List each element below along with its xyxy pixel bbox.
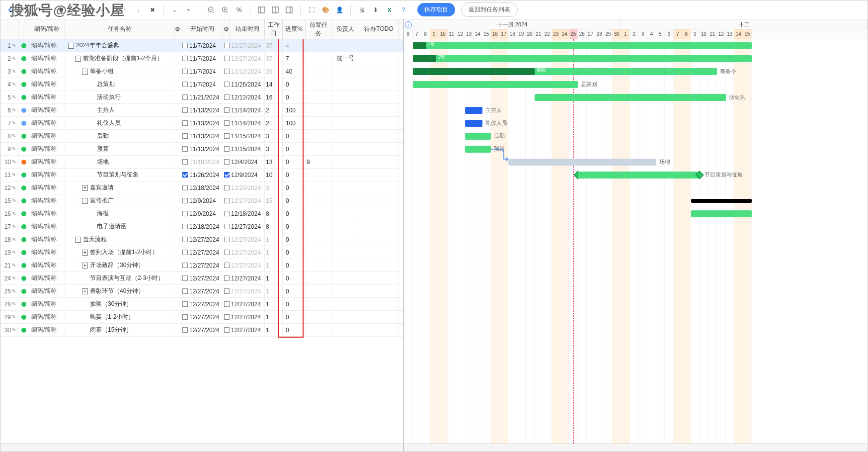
table-row[interactable]: 9✎编码/简称预算11/13/202411/15/202430: [0, 143, 403, 156]
expand-toggle[interactable]: +: [82, 185, 88, 191]
print-icon[interactable]: 🖨: [356, 4, 368, 16]
table-row[interactable]: 6✎编码/简称主持人11/13/202411/14/20242100: [0, 104, 403, 117]
gantt-row[interactable]: 主持人: [404, 104, 868, 117]
start-checkbox[interactable]: [182, 185, 188, 190]
expand-toggle[interactable]: -: [75, 237, 81, 243]
col-work[interactable]: 工作日: [265, 19, 283, 39]
end-checkbox[interactable]: [224, 120, 230, 126]
table-row[interactable]: 4✎编码/简称总策划11/7/202411/26/2024140: [0, 78, 403, 91]
end-checkbox[interactable]: [224, 159, 230, 165]
end-checkbox[interactable]: [224, 237, 230, 242]
fullscreen-icon[interactable]: ⛶: [306, 4, 317, 16]
gantt-row[interactable]: [404, 233, 868, 246]
table-row[interactable]: 21✎编码/简称+开场致辞（30分钟）12/27/202412/27/20241…: [0, 259, 403, 272]
table-row[interactable]: 25✎编码/简称+表彰环节（40分钟）12/27/202412/27/20241…: [0, 285, 403, 298]
start-checkbox[interactable]: [182, 237, 188, 242]
gantt-row[interactable]: 场地: [404, 156, 868, 169]
table-row[interactable]: 17✎编码/简称电子邀请函12/18/202412/27/202480: [0, 220, 403, 233]
table-row[interactable]: 10✎编码/简称场地11/18/202412/4/20241309: [0, 156, 403, 169]
download-icon[interactable]: ⬇: [370, 4, 382, 16]
timeline-hscroll[interactable]: [404, 444, 868, 452]
start-checkbox[interactable]: [182, 327, 188, 333]
start-checkbox[interactable]: [182, 146, 188, 152]
grid-hscroll[interactable]: [0, 444, 403, 452]
table-row[interactable]: 29✎编码/简称晚宴（1-2小时）12/27/202412/27/202410: [0, 311, 403, 324]
move-down-icon[interactable]: ↓: [133, 4, 145, 16]
expand-toggle[interactable]: +: [82, 250, 88, 256]
align-bottom-icon[interactable]: ⫟: [183, 4, 195, 16]
delete-icon[interactable]: ✖: [147, 4, 158, 16]
start-checkbox[interactable]: [182, 314, 188, 320]
table-row[interactable]: 3✎编码/简称-筹备小组11/7/202412/12/20242640: [0, 65, 403, 78]
start-checkbox[interactable]: [182, 301, 188, 307]
align-top-icon[interactable]: ⫠: [169, 4, 181, 16]
expand-toggle[interactable]: -: [68, 43, 74, 49]
table-row[interactable]: 8✎编码/简称后勤11/13/202411/15/202430: [0, 130, 403, 143]
start-checkbox[interactable]: [182, 159, 188, 165]
end-checkbox[interactable]: [224, 211, 230, 216]
end-checkbox[interactable]: [224, 185, 230, 190]
col-start[interactable]: 开始时间: [181, 19, 223, 39]
excel-icon[interactable]: X: [384, 4, 395, 16]
end-checkbox[interactable]: [224, 275, 230, 281]
start-checkbox[interactable]: [182, 107, 188, 113]
gantt-row[interactable]: [404, 207, 868, 220]
table-row[interactable]: 15✎编码/简称-宣传推广12/9/202412/27/2024150: [0, 194, 403, 207]
timeline-body[interactable]: 4%7%40%筹备小总策划活动执主持人礼仪人员后勤预算场地节目策划与征集: [404, 39, 868, 444]
end-checkbox[interactable]: [224, 94, 230, 100]
start-checkbox[interactable]: [182, 198, 188, 203]
gantt-row[interactable]: [404, 272, 868, 285]
zoom-out-icon[interactable]: [205, 4, 217, 16]
end-checkbox[interactable]: [224, 301, 230, 307]
table-row[interactable]: 11✎编码/简称节目策划与征集11/26/202412/9/2024100: [0, 169, 403, 181]
col-code[interactable]: 编码/简称: [29, 19, 65, 39]
start-checkbox[interactable]: [182, 94, 188, 100]
zoom-in-icon[interactable]: [219, 4, 231, 16]
gantt-row[interactable]: 4%: [404, 39, 868, 52]
gantt-row[interactable]: [404, 181, 868, 194]
start-checkbox[interactable]: [182, 82, 188, 87]
table-row[interactable]: 2✎编码/简称-前期准备阶段（提前1-2个月）11/7/202412/27/20…: [0, 52, 403, 65]
save-button[interactable]: 保存项目: [417, 3, 455, 16]
table-row[interactable]: 16✎编码/简称海报12/9/202412/18/202480: [0, 207, 403, 220]
gantt-row[interactable]: 40%筹备小: [404, 65, 868, 78]
end-checkbox[interactable]: [224, 146, 230, 152]
gantt-row[interactable]: 7%: [404, 52, 868, 65]
col-progress[interactable]: 进度%: [283, 19, 306, 39]
start-checkbox[interactable]: [182, 275, 188, 281]
gantt-row[interactable]: [404, 324, 868, 337]
layout-3-icon[interactable]: [283, 4, 295, 16]
expand-toggle[interactable]: -: [82, 198, 88, 204]
user-icon[interactable]: 👤: [333, 4, 345, 16]
col-name[interactable]: 任务名称: [65, 19, 174, 39]
start-checkbox[interactable]: [182, 56, 188, 61]
help-icon[interactable]: ?: [397, 4, 409, 16]
expand-toggle[interactable]: +: [82, 263, 88, 269]
table-row[interactable]: 24✎编码/简称节目表演与互动（2-3小时）12/27/202412/27/20…: [0, 272, 403, 285]
table-row[interactable]: 12✎编码/简称+嘉宾邀请12/18/202412/20/202430: [0, 181, 403, 194]
end-checkbox[interactable]: [224, 56, 230, 61]
end-checkbox[interactable]: [224, 288, 230, 294]
table-row[interactable]: 5✎编码/简称活动执行11/21/202412/12/2024160: [0, 91, 403, 104]
timeline-nav-left[interactable]: ‹: [405, 21, 412, 28]
start-checkbox[interactable]: [182, 263, 188, 268]
table-row[interactable]: 30✎编码/简称闭幕（15分钟）12/27/202412/27/202410: [0, 324, 403, 337]
end-checkbox[interactable]: [224, 314, 230, 320]
gantt-row[interactable]: [404, 259, 868, 272]
expand-toggle[interactable]: -: [75, 56, 81, 62]
gantt-row[interactable]: [404, 311, 868, 324]
layout-1-icon[interactable]: [255, 4, 267, 16]
gantt-row[interactable]: [404, 220, 868, 233]
gantt-row[interactable]: 预算: [404, 143, 868, 156]
expand-toggle[interactable]: +: [82, 288, 88, 294]
gantt-row[interactable]: [404, 246, 868, 259]
start-checkbox[interactable]: [182, 133, 188, 139]
end-checkbox[interactable]: [224, 107, 230, 113]
gantt-row[interactable]: [404, 298, 868, 311]
grid-body[interactable]: 1✎编码/简称-2024年年会盛典11/7/202412/27/20243742…: [0, 39, 403, 444]
end-checkbox[interactable]: [224, 198, 230, 203]
palette-icon[interactable]: 🎨: [319, 4, 331, 16]
table-row[interactable]: 7✎编码/简称礼仪人员11/13/202411/14/20242100: [0, 117, 403, 130]
end-checkbox[interactable]: [224, 224, 230, 229]
gantt-row[interactable]: 节目策划与征集: [404, 169, 868, 181]
